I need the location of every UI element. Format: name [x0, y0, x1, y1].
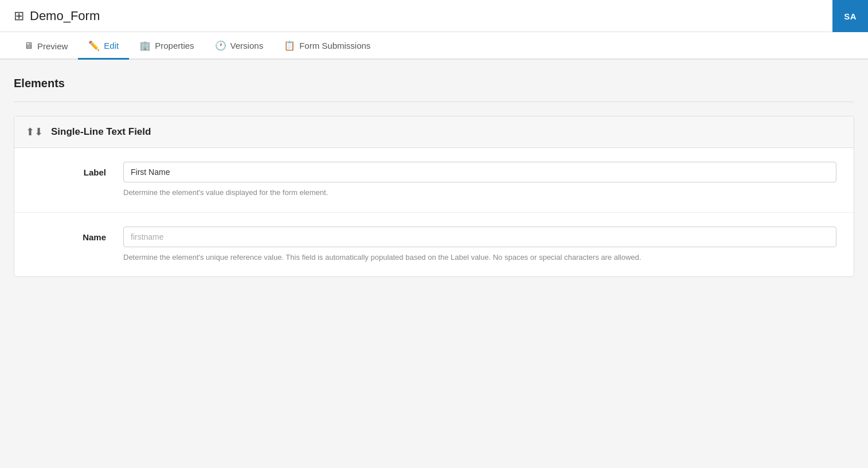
preview-icon: 🖥: [24, 41, 33, 51]
versions-icon: 🕐: [215, 40, 226, 51]
tab-form-submissions[interactable]: 📋 Form Submissions: [273, 32, 381, 60]
label-hint: Determine the element's value displayed …: [123, 187, 836, 198]
name-input-col: Determine the element's unique reference…: [123, 227, 836, 263]
tab-properties[interactable]: 🏢 Properties: [129, 32, 204, 60]
label-input-col: Determine the element's value displayed …: [123, 162, 836, 198]
tab-edit[interactable]: ✏️ Edit: [78, 32, 129, 60]
grid-icon: ⊞: [14, 9, 24, 24]
app-title-area: ⊞ Demo_Form: [14, 9, 100, 24]
edit-icon: ✏️: [88, 40, 100, 51]
name-input[interactable]: [123, 227, 836, 247]
name-row: Name Determine the element's unique refe…: [14, 213, 854, 277]
section-divider: [14, 102, 854, 102]
tab-preview-label: Preview: [37, 41, 68, 51]
name-hint: Determine the element's unique reference…: [123, 252, 836, 263]
label-field-label: Label: [32, 162, 123, 177]
sort-icon[interactable]: ⬆⬇: [26, 126, 43, 138]
page-content: Elements ⬆⬇ Single-Line Text Field Label…: [0, 60, 868, 306]
section-title: Elements: [14, 77, 854, 90]
tab-properties-label: Properties: [155, 41, 194, 50]
name-field-label: Name: [32, 227, 123, 242]
tab-bar: 🖥 Preview ✏️ Edit 🏢 Properties 🕐 Version…: [0, 32, 868, 60]
save-button[interactable]: SA: [832, 0, 868, 32]
tab-preview[interactable]: 🖥 Preview: [14, 33, 78, 60]
element-card-header: ⬆⬇ Single-Line Text Field: [14, 116, 854, 148]
form-submissions-icon: 📋: [284, 40, 295, 51]
properties-icon: 🏢: [139, 40, 151, 51]
element-type-title: Single-Line Text Field: [51, 126, 151, 138]
label-input[interactable]: [123, 162, 836, 182]
element-card: ⬆⬇ Single-Line Text Field Label Determin…: [14, 116, 854, 277]
tab-edit-label: Edit: [104, 41, 119, 50]
element-card-body: Label Determine the element's value disp…: [14, 148, 854, 276]
tab-versions[interactable]: 🕐 Versions: [205, 32, 274, 60]
tab-form-submissions-label: Form Submissions: [299, 41, 370, 50]
app-title: Demo_Form: [30, 9, 100, 24]
app-header: ⊞ Demo_Form SA: [0, 0, 868, 32]
tab-versions-label: Versions: [230, 41, 264, 50]
label-row: Label Determine the element's value disp…: [14, 148, 854, 213]
